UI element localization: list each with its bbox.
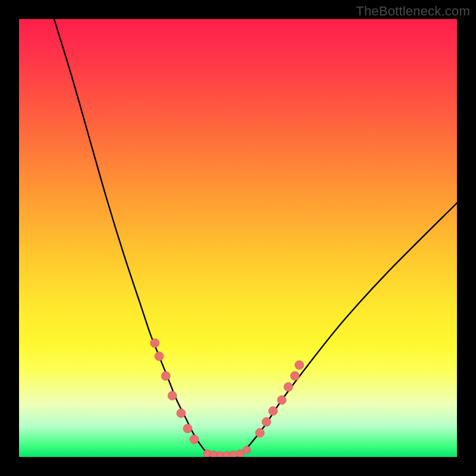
data-point xyxy=(262,418,271,427)
data-point xyxy=(168,391,177,400)
data-point xyxy=(177,409,186,418)
outer-frame: TheBottleneck.com xyxy=(0,0,476,476)
data-point xyxy=(243,446,250,454)
curve-path-group xyxy=(54,19,457,457)
data-point xyxy=(151,339,159,347)
plot-area xyxy=(19,19,457,457)
data-point xyxy=(255,428,264,437)
data-point xyxy=(284,383,293,392)
curve-path xyxy=(54,19,457,457)
data-point xyxy=(290,371,299,380)
dots-group xyxy=(151,339,304,457)
bottleneck-curve xyxy=(19,19,457,457)
data-point xyxy=(268,406,277,415)
data-point xyxy=(183,424,192,433)
data-point xyxy=(161,371,170,380)
data-point xyxy=(277,396,286,405)
watermark-text: TheBottleneck.com xyxy=(356,4,470,19)
data-point xyxy=(155,352,164,361)
data-point xyxy=(190,435,199,444)
data-point xyxy=(295,361,304,369)
